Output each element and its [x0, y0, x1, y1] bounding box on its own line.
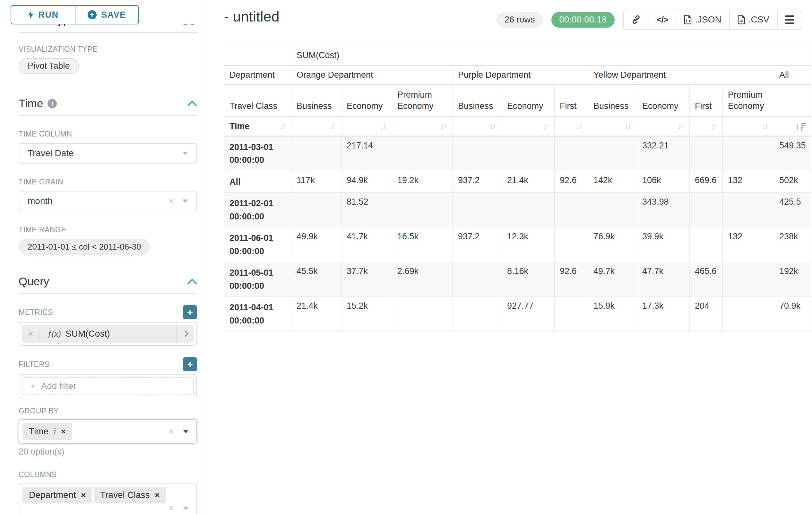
sort-header[interactable]: ↓↑ [291, 117, 342, 136]
value-cell [588, 193, 637, 227]
value-cell [690, 193, 723, 227]
sort-header[interactable]: ↓↑ [502, 117, 555, 136]
metric-chip[interactable]: × ƒ(x) SUM(Cost) [22, 325, 194, 343]
value-cell [502, 193, 555, 227]
value-cell [502, 136, 555, 171]
groupby-chip[interactable]: Timei× [23, 423, 72, 440]
table-row: 2011-04-01 00:00:0021.4k15.2k927.7715.9k… [224, 297, 811, 331]
value-cell: 21.4k [502, 171, 555, 193]
time-column-select[interactable]: Travel Date [19, 143, 197, 164]
value-cell: 343.98 [637, 193, 690, 227]
chevron-up-icon[interactable] [187, 278, 197, 284]
export-csv-button[interactable]: .CSV [729, 10, 777, 29]
value-cell [453, 136, 502, 171]
value-cell [555, 193, 588, 227]
value-cell: 94.9k [342, 171, 392, 193]
chevron-up-icon[interactable] [187, 101, 197, 106]
clear-icon[interactable]: × [168, 427, 174, 436]
clear-icon[interactable]: × [168, 504, 174, 513]
time-section-header[interactable]: Time i [19, 97, 197, 110]
sort-header[interactable]: ↓↑ [690, 117, 723, 136]
save-button[interactable]: + SAVE [75, 6, 138, 24]
time-sort-header[interactable]: Time↓↑ [224, 117, 291, 136]
sort-icon[interactable]: ↓↑ [380, 122, 387, 131]
value-cell: 81.52 [342, 193, 392, 227]
embed-code-button[interactable]: </> [649, 10, 676, 29]
sort-icon[interactable]: ↓↑ [489, 122, 496, 131]
sidebar-scrollbar[interactable] [204, 0, 204, 514]
chart-title[interactable]: - untitled [224, 8, 280, 25]
value-cell: 8.16k [502, 262, 555, 297]
add-filter-dropzone[interactable]: + Add filter [22, 377, 194, 395]
add-metric-button[interactable]: + [183, 305, 197, 319]
value-cell: 937.2 [453, 171, 502, 193]
value-cell [723, 262, 774, 297]
remove-metric-icon[interactable]: × [22, 328, 40, 339]
sort-icon[interactable]: ↓↑ [677, 122, 684, 131]
row-header: 2011-03-01 00:00:00 [224, 136, 291, 171]
sort-header[interactable]: ↓↑ [637, 117, 690, 136]
sort-header[interactable]: ↓ [774, 117, 811, 136]
value-cell: 425.5 [774, 193, 811, 227]
sort-icon[interactable]: ↓↑ [542, 122, 549, 131]
more-options-button[interactable] [777, 10, 802, 29]
sort-icon[interactable]: ↓↑ [440, 122, 447, 131]
sort-icon[interactable]: ↓↑ [625, 122, 632, 131]
value-cell [291, 193, 342, 227]
travel-class-header: Premium Economy [723, 84, 774, 117]
travel-class-header: First [555, 84, 588, 117]
row-header: 2011-06-01 00:00:00 [224, 227, 291, 262]
value-cell: 15.2k [342, 297, 392, 331]
remove-chip-icon[interactable]: × [155, 491, 160, 499]
sort-icon[interactable]: ↓↑ [762, 122, 769, 131]
sort-header[interactable]: ↓↑ [555, 117, 588, 136]
sort-icon[interactable]: ↓↑ [279, 122, 286, 131]
expand-metric-button[interactable] [176, 325, 194, 343]
clear-icon[interactable]: × [168, 196, 174, 206]
value-cell [453, 193, 502, 227]
sort-header[interactable]: ↓↑ [392, 117, 453, 136]
value-cell: 47.7k [637, 262, 690, 297]
add-filter-button[interactable]: + [183, 357, 197, 371]
time-range-pill[interactable]: 2011-01-01 ≤ col < 2011-06-30 [19, 239, 150, 255]
sort-header[interactable]: ↓↑ [453, 117, 502, 136]
sort-header[interactable]: ↓↑ [588, 117, 637, 136]
sort-descending-icon[interactable]: ↓ [795, 122, 806, 131]
explore-view: Chart Type RUN + SAVE VISUALIZATION TYPE [0, 0, 812, 514]
visualization-type-pill[interactable]: Pivot Table [19, 58, 79, 74]
chevron-down-icon [182, 199, 188, 203]
value-cell: 92.6 [555, 171, 588, 193]
value-cell: 12.3k [502, 227, 555, 262]
run-button[interactable]: RUN [11, 6, 75, 24]
remove-chip-icon[interactable]: × [61, 427, 66, 436]
value-cell: 142k [588, 171, 637, 193]
sort-header[interactable]: ↓↑ [723, 117, 774, 136]
query-section-header[interactable]: Query [19, 275, 197, 288]
columns-chip[interactable]: Travel Class× [94, 487, 166, 504]
travel-class-header: Business [453, 84, 502, 117]
time-column-label: TIME COLUMN [19, 130, 197, 138]
export-button-group: </> .JSON .CSV [623, 10, 802, 30]
sort-icon[interactable]: ↓↑ [329, 122, 336, 131]
metrics-label: METRICS [19, 308, 53, 317]
info-icon: i [48, 99, 57, 108]
visualization-type-label: VISUALIZATION TYPE [19, 45, 197, 54]
export-json-button[interactable]: .JSON [675, 10, 729, 29]
row-header: All [224, 171, 291, 193]
row-count-badge: 26 rows [496, 12, 543, 28]
sort-header[interactable]: ↓↑ [342, 117, 392, 136]
columns-label: COLUMNS [19, 470, 197, 479]
remove-chip-icon[interactable]: × [81, 491, 86, 499]
time-grain-select[interactable]: month × [19, 191, 197, 211]
info-icon: i [54, 427, 56, 436]
sort-icon[interactable]: ↓↑ [710, 122, 717, 131]
time-grain-value: month [28, 196, 53, 206]
export-csv-label: .CSV [749, 15, 769, 25]
columns-chip[interactable]: Department× [23, 487, 92, 504]
value-cell: 19.2k [392, 171, 453, 193]
sort-icon[interactable]: ↓↑ [576, 122, 583, 131]
copy-link-button[interactable] [624, 10, 649, 29]
row-header: 2011-05-01 00:00:00 [224, 262, 291, 297]
columns-select[interactable]: Department× Travel Class× × [19, 483, 197, 514]
group-by-select[interactable]: Timei× × [19, 419, 197, 444]
